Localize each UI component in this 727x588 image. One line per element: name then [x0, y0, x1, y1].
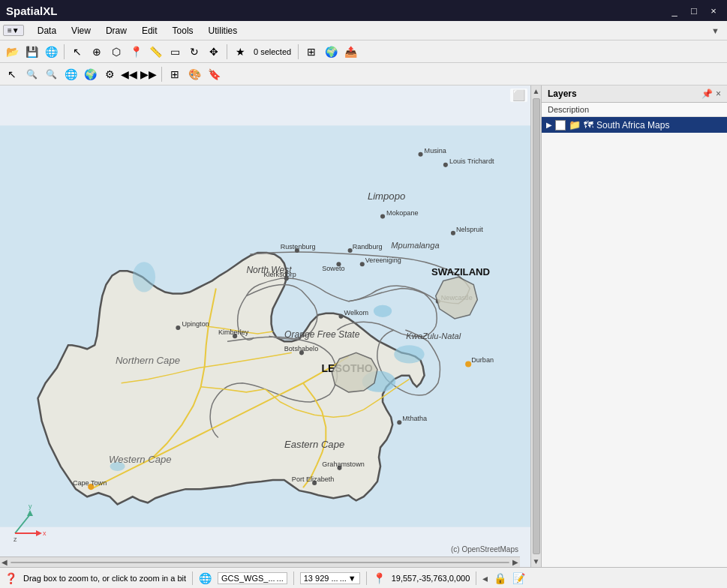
svg-point-3	[394, 345, 424, 363]
menu-draw[interactable]: Draw	[98, 21, 134, 40]
svg-point-17	[419, 152, 423, 157]
menu-data[interactable]: Data	[30, 21, 64, 40]
scroll-right-button[interactable]: ▶	[511, 556, 520, 567]
prev-button[interactable]: ◀◀	[120, 65, 138, 83]
layers-header-buttons: 📌 ×	[701, 88, 721, 99]
svg-text:Port Elizabeth: Port Elizabeth	[292, 476, 335, 483]
layer-folder-icon: 📁	[569, 119, 581, 130]
layer-visibility-checkbox[interactable]: ✓	[555, 120, 566, 130]
add-layer-button[interactable]: 🌐	[42, 43, 60, 61]
color-button[interactable]: 🎨	[185, 65, 203, 83]
statusbar: ❓ Drag box to zoom to, or click to zoom …	[0, 567, 727, 588]
svg-text:Rustenburg: Rustenburg	[281, 243, 316, 250]
toolbar1-sep3	[298, 44, 299, 59]
menu-utilities[interactable]: Utilities	[201, 21, 245, 40]
svg-text:Cape Town: Cape Town	[73, 479, 107, 487]
svg-text:Northern Cape: Northern Cape	[116, 356, 180, 367]
svg-text:Soweto: Soweto	[322, 265, 344, 272]
svg-text:Grahamstown: Grahamstown	[322, 460, 365, 468]
status-crs-dropdown[interactable]: GCS_WGS_... ...	[218, 572, 287, 584]
zoom-in-button[interactable]: 🔍	[23, 65, 41, 83]
maximize-button[interactable]: □	[686, 5, 701, 16]
svg-text:Durban: Durban	[471, 356, 494, 364]
arrow-pointer-button[interactable]: ↖	[68, 43, 86, 61]
open-folder-button[interactable]: 📂	[3, 43, 21, 61]
move-button[interactable]: ✥	[205, 43, 223, 61]
identify-button[interactable]: 📍	[127, 43, 145, 61]
svg-text:Louis Trichardt: Louis Trichardt	[449, 158, 494, 165]
svg-point-39	[176, 326, 180, 330]
svg-point-37	[338, 314, 343, 319]
export-button[interactable]: 📤	[341, 43, 359, 61]
globe-zoom-button[interactable]: 🌐	[62, 65, 80, 83]
layers-pin-button[interactable]: 📌	[701, 88, 713, 99]
status-lock-icon[interactable]: 🔒	[494, 572, 506, 584]
status-note-icon[interactable]: 📝	[512, 572, 525, 584]
status-coordinates: 19,557,-35,763,0,000	[392, 574, 470, 583]
measure-distance-button[interactable]: 📏	[146, 43, 164, 61]
scroll-left-button[interactable]: ◀	[0, 556, 9, 567]
status-crs-text: GCS_WGS_...	[221, 574, 275, 583]
cursor-button[interactable]: ↖	[3, 65, 21, 83]
menu-view[interactable]: View	[64, 21, 98, 40]
measure-area-button[interactable]: ▭	[166, 43, 184, 61]
svg-text:KwaZulu-Natal: KwaZulu-Natal	[406, 332, 461, 340]
layer-row-south-africa-maps[interactable]: ▶ ✓ 📁 🗺 South Africa Maps	[542, 117, 727, 133]
scroll-up-button[interactable]: ▲	[531, 86, 542, 97]
vscroll-thumb[interactable]	[533, 98, 540, 554]
map-area[interactable]: Limpopo Mpumalanga North West SWAZILAND …	[0, 86, 530, 567]
layer-type-icon: 🗺	[584, 119, 593, 130]
poly-select-button[interactable]: ⬡	[107, 43, 125, 61]
next-button[interactable]: ▶▶	[140, 65, 158, 83]
close-button[interactable]: ×	[706, 5, 721, 16]
map-vscroll[interactable]: ▲ ▼	[530, 86, 541, 567]
map-maximize-button[interactable]: ⬜	[510, 88, 527, 102]
settings-button[interactable]: ⚙	[101, 65, 119, 83]
osm-credit: (c) OpenStreetMaps	[451, 545, 518, 554]
globe-full-button[interactable]: 🌍	[81, 65, 99, 83]
menu-tools[interactable]: Tools	[165, 21, 201, 40]
grid-button[interactable]: ⊞	[166, 65, 184, 83]
svg-text:SWAZILAND: SWAZILAND	[431, 266, 490, 278]
svg-text:x: x	[43, 530, 47, 537]
status-info-icon: ❓	[5, 572, 17, 584]
select-tool-button[interactable]: ⊕	[88, 43, 106, 61]
svg-text:Limpopo: Limpopo	[368, 190, 405, 202]
layers-description-bar: Description	[542, 103, 727, 117]
menu-dropdown-button[interactable]: ▼	[707, 25, 724, 37]
zoom-out-button[interactable]: 🔍	[42, 65, 60, 83]
layer-expand-icon[interactable]: ▶	[546, 121, 552, 129]
svg-text:Eastern Cape: Eastern Cape	[284, 439, 344, 450]
svg-point-47	[397, 420, 401, 424]
minimize-button[interactable]: _	[667, 5, 682, 16]
status-scale-text: 13 929 ...	[304, 574, 338, 583]
svg-text:Nelspruit: Nelspruit	[456, 226, 483, 233]
axis-arrows: y x z	[8, 500, 53, 544]
svg-text:Western Cape: Western Cape	[109, 454, 172, 465]
svg-text:Welkom: Welkom	[344, 309, 369, 316]
svg-point-45	[465, 361, 471, 367]
status-crs-ellipsis: ...	[277, 574, 284, 583]
table-button[interactable]: ⊞	[302, 43, 320, 61]
status-scale-dropdown[interactable]: 13 929 ... ... ▼	[300, 572, 360, 584]
svg-text:Vereeniging: Vereeniging	[365, 256, 401, 264]
save-button[interactable]: 💾	[23, 43, 41, 61]
star-button[interactable]: ★	[231, 43, 249, 61]
menu-icon-box[interactable]: ≡▼	[3, 25, 24, 36]
selected-count-label: 0 selected	[251, 47, 294, 56]
globe-view-button[interactable]: 🌍	[322, 43, 340, 61]
layer-label: South Africa Maps	[596, 120, 669, 130]
svg-point-31	[360, 262, 365, 266]
map-hscroll[interactable]: ◀ ▶	[0, 556, 520, 567]
bookmark-button[interactable]: 🔖	[205, 65, 223, 83]
status-nav-back[interactable]: ◂	[482, 572, 488, 584]
status-scale-arrow: ▼	[348, 574, 356, 583]
svg-text:Randburg: Randburg	[353, 243, 383, 250]
layers-close-button[interactable]: ×	[716, 88, 721, 99]
rotate-button[interactable]: ↻	[185, 43, 203, 61]
scroll-down-button[interactable]: ▼	[531, 556, 542, 567]
svg-point-19	[443, 163, 448, 167]
menu-edit[interactable]: Edit	[134, 21, 165, 40]
layers-panel-title: Layers	[548, 88, 577, 99]
hscroll-thumb[interactable]	[11, 562, 509, 563]
